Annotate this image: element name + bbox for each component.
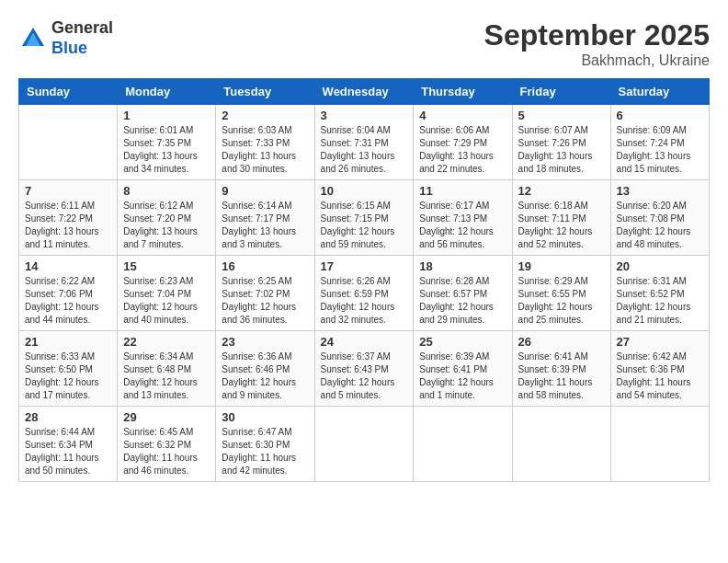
- day-number: 16: [222, 259, 308, 273]
- calendar-cell: 14Sunrise: 6:22 AMSunset: 7:06 PMDayligh…: [19, 256, 118, 331]
- day-number: 28: [25, 410, 111, 424]
- calendar-cell: 11Sunrise: 6:17 AMSunset: 7:13 PMDayligh…: [414, 180, 512, 256]
- day-number: 18: [419, 259, 506, 273]
- day-number: 13: [617, 184, 703, 198]
- day-number: 14: [25, 259, 111, 273]
- calendar-cell: 9Sunrise: 6:14 AMSunset: 7:17 PMDaylight…: [216, 180, 314, 256]
- calendar-cell: 28Sunrise: 6:44 AMSunset: 6:34 PMDayligh…: [19, 407, 118, 482]
- weekday-header: Tuesday: [216, 79, 314, 105]
- page-header: General Blue September 2025 Bakhmach, Uk…: [18, 18, 710, 69]
- day-info: Sunrise: 6:06 AMSunset: 7:29 PMDaylight:…: [419, 124, 506, 176]
- weekday-header: Sunday: [19, 79, 118, 105]
- calendar-cell: 30Sunrise: 6:47 AMSunset: 6:30 PMDayligh…: [216, 407, 314, 482]
- calendar-cell: 16Sunrise: 6:25 AMSunset: 7:02 PMDayligh…: [216, 256, 314, 331]
- calendar-week-row: 28Sunrise: 6:44 AMSunset: 6:34 PMDayligh…: [19, 407, 710, 482]
- day-number: 2: [222, 109, 308, 122]
- calendar-cell: 1Sunrise: 6:01 AMSunset: 7:35 PMDaylight…: [118, 105, 216, 180]
- calendar-cell: 22Sunrise: 6:34 AMSunset: 6:48 PMDayligh…: [118, 331, 216, 407]
- day-number: 3: [321, 109, 408, 122]
- weekday-header-row: SundayMondayTuesdayWednesdayThursdayFrid…: [19, 79, 710, 105]
- day-number: 6: [617, 109, 703, 122]
- logo-blue-text: Blue: [51, 39, 113, 59]
- day-number: 29: [123, 410, 210, 424]
- day-info: Sunrise: 6:34 AMSunset: 6:48 PMDaylight:…: [123, 350, 210, 402]
- day-info: Sunrise: 6:03 AMSunset: 7:33 PMDaylight:…: [222, 124, 308, 176]
- calendar-table: SundayMondayTuesdayWednesdayThursdayFrid…: [18, 78, 710, 482]
- day-info: Sunrise: 6:33 AMSunset: 6:50 PMDaylight:…: [25, 350, 111, 402]
- calendar-cell: 15Sunrise: 6:23 AMSunset: 7:04 PMDayligh…: [118, 256, 216, 331]
- calendar-week-row: 14Sunrise: 6:22 AMSunset: 7:06 PMDayligh…: [19, 256, 710, 331]
- day-number: 22: [123, 335, 210, 349]
- weekday-header: Saturday: [610, 79, 709, 105]
- day-info: Sunrise: 6:42 AMSunset: 6:36 PMDaylight:…: [617, 350, 703, 402]
- calendar-cell: 4Sunrise: 6:06 AMSunset: 7:29 PMDaylight…: [414, 105, 512, 180]
- day-number: 23: [222, 335, 308, 349]
- day-number: 17: [321, 259, 408, 273]
- calendar-cell: 23Sunrise: 6:36 AMSunset: 6:46 PMDayligh…: [216, 331, 314, 407]
- day-number: 27: [617, 335, 703, 349]
- calendar-cell: 7Sunrise: 6:11 AMSunset: 7:22 PMDaylight…: [19, 180, 118, 256]
- calendar-cell: 19Sunrise: 6:29 AMSunset: 6:55 PMDayligh…: [512, 256, 610, 331]
- day-info: Sunrise: 6:11 AMSunset: 7:22 PMDaylight:…: [25, 200, 111, 251]
- calendar-week-row: 1Sunrise: 6:01 AMSunset: 7:35 PMDaylight…: [19, 105, 710, 180]
- calendar-cell: 6Sunrise: 6:09 AMSunset: 7:24 PMDaylight…: [610, 105, 709, 180]
- calendar-cell: 24Sunrise: 6:37 AMSunset: 6:43 PMDayligh…: [314, 331, 414, 407]
- day-number: 30: [222, 410, 308, 424]
- day-number: 12: [518, 184, 605, 198]
- calendar-cell: [19, 105, 118, 180]
- calendar-cell: 5Sunrise: 6:07 AMSunset: 7:26 PMDaylight…: [512, 105, 610, 180]
- day-info: Sunrise: 6:39 AMSunset: 6:41 PMDaylight:…: [419, 350, 506, 402]
- day-info: Sunrise: 6:22 AMSunset: 7:06 PMDaylight:…: [25, 275, 111, 327]
- day-number: 19: [518, 259, 605, 273]
- calendar-week-row: 7Sunrise: 6:11 AMSunset: 7:22 PMDaylight…: [19, 180, 710, 256]
- calendar-cell: [314, 407, 414, 482]
- day-info: Sunrise: 6:28 AMSunset: 6:57 PMDaylight:…: [419, 275, 506, 327]
- weekday-header: Thursday: [414, 79, 512, 105]
- day-number: 7: [25, 184, 111, 198]
- month-title: September 2025: [484, 18, 710, 52]
- logo-text: General Blue: [51, 18, 113, 58]
- day-info: Sunrise: 6:41 AMSunset: 6:39 PMDaylight:…: [518, 350, 605, 402]
- day-number: 26: [518, 335, 605, 349]
- day-info: Sunrise: 6:12 AMSunset: 7:20 PMDaylight:…: [123, 200, 210, 251]
- day-number: 5: [518, 109, 605, 122]
- calendar-cell: 25Sunrise: 6:39 AMSunset: 6:41 PMDayligh…: [414, 331, 512, 407]
- calendar-cell: 2Sunrise: 6:03 AMSunset: 7:33 PMDaylight…: [216, 105, 314, 180]
- calendar-cell: 3Sunrise: 6:04 AMSunset: 7:31 PMDaylight…: [314, 105, 414, 180]
- day-number: 25: [419, 335, 506, 349]
- calendar-cell: 17Sunrise: 6:26 AMSunset: 6:59 PMDayligh…: [314, 256, 414, 331]
- logo: General Blue: [18, 18, 113, 58]
- day-info: Sunrise: 6:26 AMSunset: 6:59 PMDaylight:…: [321, 275, 408, 327]
- day-info: Sunrise: 6:29 AMSunset: 6:55 PMDaylight:…: [518, 275, 605, 327]
- day-info: Sunrise: 6:14 AMSunset: 7:17 PMDaylight:…: [222, 200, 308, 251]
- location: Bakhmach, Ukraine: [484, 52, 710, 69]
- day-number: 9: [222, 184, 308, 198]
- day-info: Sunrise: 6:44 AMSunset: 6:34 PMDaylight:…: [25, 426, 111, 477]
- weekday-header: Friday: [512, 79, 610, 105]
- day-number: 24: [321, 335, 408, 349]
- day-number: 8: [123, 184, 210, 198]
- calendar-week-row: 21Sunrise: 6:33 AMSunset: 6:50 PMDayligh…: [19, 331, 710, 407]
- calendar-cell: 20Sunrise: 6:31 AMSunset: 6:52 PMDayligh…: [610, 256, 709, 331]
- calendar-cell: 26Sunrise: 6:41 AMSunset: 6:39 PMDayligh…: [512, 331, 610, 407]
- calendar-cell: 29Sunrise: 6:45 AMSunset: 6:32 PMDayligh…: [118, 407, 216, 482]
- day-info: Sunrise: 6:47 AMSunset: 6:30 PMDaylight:…: [222, 426, 308, 477]
- calendar-cell: [512, 407, 610, 482]
- day-info: Sunrise: 6:18 AMSunset: 7:11 PMDaylight:…: [518, 200, 605, 251]
- calendar-cell: 10Sunrise: 6:15 AMSunset: 7:15 PMDayligh…: [314, 180, 414, 256]
- day-info: Sunrise: 6:37 AMSunset: 6:43 PMDaylight:…: [321, 350, 408, 402]
- calendar-cell: 12Sunrise: 6:18 AMSunset: 7:11 PMDayligh…: [512, 180, 610, 256]
- calendar-cell: 18Sunrise: 6:28 AMSunset: 6:57 PMDayligh…: [414, 256, 512, 331]
- day-number: 11: [419, 184, 506, 198]
- day-info: Sunrise: 6:45 AMSunset: 6:32 PMDaylight:…: [123, 426, 210, 477]
- day-number: 21: [25, 335, 111, 349]
- day-info: Sunrise: 6:07 AMSunset: 7:26 PMDaylight:…: [518, 124, 605, 176]
- weekday-header: Wednesday: [314, 79, 414, 105]
- day-number: 1: [123, 109, 210, 122]
- day-info: Sunrise: 6:25 AMSunset: 7:02 PMDaylight:…: [222, 275, 308, 327]
- weekday-header: Monday: [118, 79, 216, 105]
- calendar-cell: 13Sunrise: 6:20 AMSunset: 7:08 PMDayligh…: [610, 180, 709, 256]
- day-info: Sunrise: 6:31 AMSunset: 6:52 PMDaylight:…: [617, 275, 703, 327]
- day-info: Sunrise: 6:15 AMSunset: 7:15 PMDaylight:…: [321, 200, 408, 251]
- logo-icon: [18, 24, 48, 53]
